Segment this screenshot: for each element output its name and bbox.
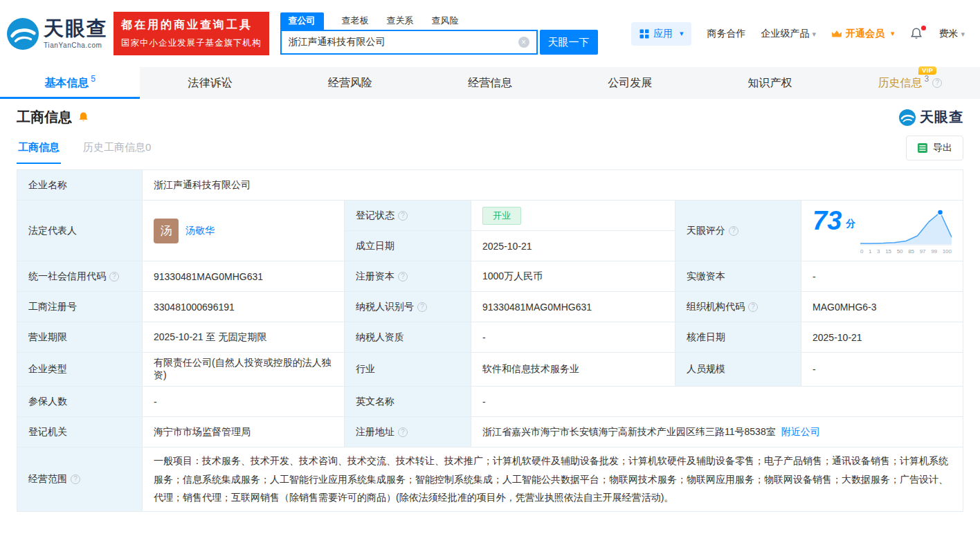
org-code-label: 组织机构代码 xyxy=(675,292,801,322)
reg-address-value: 浙江省嘉兴市海宁市长安镇海宁高新技术产业园区纬三路11号8538室 xyxy=(482,426,776,437)
crown-icon xyxy=(831,29,842,38)
score-trend-chart: 0131550859799100 xyxy=(860,207,952,255)
user-menu[interactable]: 费米 xyxy=(938,28,965,40)
help-icon[interactable] xyxy=(398,427,408,437)
legal-rep-avatar[interactable]: 汤 xyxy=(154,219,179,243)
help-icon[interactable] xyxy=(398,272,408,281)
taxpayer-id-label: 纳税人识别号 xyxy=(345,292,471,322)
help-icon[interactable] xyxy=(932,78,942,88)
tab-basic-info[interactable]: 基本信息 5 xyxy=(0,67,140,99)
credit-code-label: 统一社会信用代码 xyxy=(17,261,143,292)
establish-date-value: 2025-10-21 xyxy=(471,231,675,261)
help-icon[interactable] xyxy=(729,226,738,236)
tianyancha-logo[interactable]: 天眼查 TianYanCha.com xyxy=(7,18,108,50)
promo-line1: 都在用的商业查询工具 xyxy=(121,18,262,33)
reg-capital-value: 1000万人民币 xyxy=(471,261,675,292)
company-name-label: 企业名称 xyxy=(17,170,143,201)
paid-capital-label: 实缴资本 xyxy=(675,261,801,292)
reg-address-cell: 浙江省嘉兴市海宁市长安镇海宁高新技术产业园区纬三路11号8538室附近公司 xyxy=(471,417,963,447)
tab-business-info[interactable]: 经营信息 xyxy=(420,67,560,99)
english-name-label: 英文名称 xyxy=(345,387,471,417)
reg-status-cell: 开业 xyxy=(471,201,675,231)
business-scope-label: 经营范围 xyxy=(17,447,143,512)
tab-history-info[interactable]: VIP 历史信息 3 xyxy=(840,67,980,99)
username: 费米 xyxy=(938,28,958,39)
reg-number-label: 工商注册号 xyxy=(17,292,143,322)
tianyancha-logo-icon xyxy=(7,18,39,50)
tab-company-development[interactable]: 公司发展 xyxy=(560,67,700,99)
apps-label: 应用 xyxy=(653,28,673,40)
search-input[interactable] xyxy=(289,37,518,48)
enterprise-products-menu[interactable]: 企业级产品 xyxy=(761,28,816,40)
score-chart-ticks: 0131550859799100 xyxy=(860,248,952,255)
help-icon[interactable] xyxy=(398,211,408,221)
search-tab-relation[interactable]: 查关系 xyxy=(387,12,414,30)
score-label: 天眼评分 xyxy=(675,201,801,261)
reg-authority-label: 登记机关 xyxy=(17,417,143,447)
reg-status-label: 登记状态 xyxy=(345,201,471,231)
open-vip-link[interactable]: 开通会员 xyxy=(831,28,895,40)
business-cooperation-link[interactable]: 商务合作 xyxy=(707,28,745,40)
insured-count-label: 参保人数 xyxy=(17,387,143,417)
score-cell: 73 分 0131550859799100 xyxy=(801,201,963,261)
search-tab-company[interactable]: 查公司 xyxy=(280,12,324,30)
notification-dot xyxy=(921,26,926,30)
table-row: 法定代表人 汤 汤敬华 登记状态 开业 天眼评分 73 分 xyxy=(17,201,963,231)
table-row: 工商注册号 330481000696191 纳税人识别号 91330481MAG… xyxy=(17,292,963,322)
notification-bell-icon[interactable] xyxy=(909,27,923,41)
watermark-logo: 天眼查 xyxy=(899,108,963,127)
tab-basic-info-count: 5 xyxy=(91,74,96,84)
score-unit: 分 xyxy=(846,218,855,230)
export-button[interactable]: 导出 xyxy=(906,136,963,160)
credit-code-value: 91330481MAG0MHG631 xyxy=(143,261,345,292)
search-tab-boss[interactable]: 查老板 xyxy=(342,12,369,30)
approval-date-label: 核准日期 xyxy=(675,322,801,353)
help-icon[interactable] xyxy=(71,474,80,484)
approval-date-value: 2025-10-21 xyxy=(801,322,963,353)
org-code-value: MAG0MHG6-3 xyxy=(801,292,963,322)
tianyancha-logo-icon xyxy=(899,109,916,126)
tab-operational-risk[interactable]: 经营风险 xyxy=(280,67,420,99)
staff-size-value: - xyxy=(801,353,963,387)
nearby-companies-link[interactable]: 附近公司 xyxy=(781,426,820,437)
reg-authority-value: 海宁市市场监督管理局 xyxy=(143,417,345,447)
reg-address-label: 注册地址 xyxy=(345,417,471,447)
subscribe-bell-icon[interactable] xyxy=(78,111,89,123)
top-bar: 天眼查 TianYanCha.com 都在用的商业查询工具 国家中小企业发展子基… xyxy=(0,0,980,67)
score-value: 73 xyxy=(813,207,842,236)
clear-search-icon[interactable] xyxy=(518,37,529,48)
company-type-value: 有限责任公司(自然人投资或控股的法人独资) xyxy=(143,353,345,387)
top-right-nav: 应用 商务合作 企业级产品 开通会员 费米 xyxy=(631,22,965,46)
promo-banner: 都在用的商业查询工具 国家中小企业发展子基金旗下机构 xyxy=(114,12,269,55)
help-icon[interactable] xyxy=(417,302,427,312)
tab-legal-proceedings[interactable]: 法律诉讼 xyxy=(140,67,280,99)
help-icon[interactable] xyxy=(109,272,119,281)
legal-rep-label: 法定代表人 xyxy=(17,201,143,261)
vip-badge: VIP xyxy=(918,66,936,75)
business-term-value: 2025-10-21 至 无固定期限 xyxy=(143,322,345,353)
section-title: 工商信息 xyxy=(17,108,72,127)
taxpayer-quality-value: - xyxy=(471,322,675,353)
search-block: 查公司 查老板 查关系 查风险 天眼一下 xyxy=(280,12,598,55)
search-box xyxy=(280,30,538,55)
legal-rep-link[interactable]: 汤敬华 xyxy=(185,225,215,237)
business-scope-value: 一般项目：技术服务、技术开发、技术咨询、技术交流、技术转让、技术推广；计算机软硬… xyxy=(143,447,963,512)
apps-grid-icon xyxy=(639,29,649,39)
main-content: 工商信息 天眼查 工商信息 历史工商信息0 导出 xyxy=(0,108,980,512)
search-button[interactable]: 天眼一下 xyxy=(540,30,598,55)
help-icon[interactable] xyxy=(748,302,758,312)
company-type-label: 企业类型 xyxy=(17,353,143,387)
reg-number-value: 330481000696191 xyxy=(143,292,345,322)
establish-date-label: 成立日期 xyxy=(345,231,471,261)
table-row: 登记机关 海宁市市场监督管理局 注册地址 浙江省嘉兴市海宁市长安镇海宁高新技术产… xyxy=(17,417,963,447)
subtab-history-registration[interactable]: 历史工商信息0 xyxy=(82,133,152,164)
search-tab-risk[interactable]: 查风险 xyxy=(432,12,459,30)
subtabs-row: 工商信息 历史工商信息0 导出 xyxy=(17,132,963,164)
tab-intellectual-property[interactable]: 知识产权 xyxy=(700,67,840,99)
company-nav-tabs: 基本信息 5 法律诉讼 经营风险 经营信息 公司发展 知识产权 VIP 历史信息… xyxy=(0,67,980,99)
apps-menu[interactable]: 应用 xyxy=(631,22,692,46)
watermark-logo-text: 天眼查 xyxy=(920,108,963,127)
export-excel-icon xyxy=(917,142,928,154)
status-badge: 开业 xyxy=(482,207,521,225)
subtab-business-registration[interactable]: 工商信息 xyxy=(17,133,61,164)
